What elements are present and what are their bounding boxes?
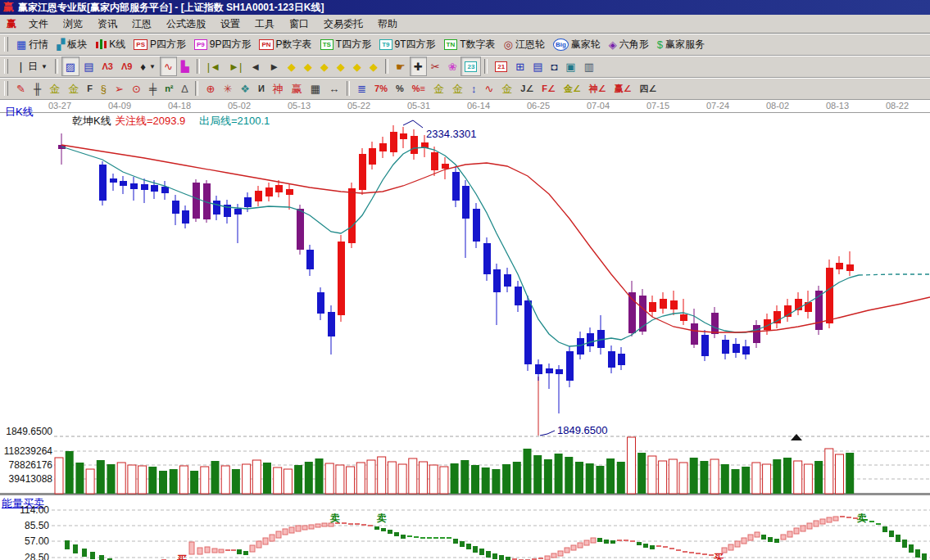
menu-item-6[interactable]: 工具 — [247, 16, 282, 33]
tool-n-square-button[interactable]: n² — [161, 79, 177, 98]
toolbar-grip[interactable] — [4, 59, 8, 74]
tool-f-angle-button[interactable]: F∠ — [538, 79, 560, 98]
tool-first-page-button[interactable]: |◄ — [203, 56, 225, 76]
tool-info-panel-button[interactable]: ▤ — [79, 56, 98, 76]
tool-sectors-button[interactable]: ▞板块 — [52, 34, 91, 54]
tool-width-adjust-button[interactable]: ↔ — [324, 79, 343, 98]
toolbar-grip[interactable] — [4, 81, 8, 96]
exit-line-label: 出局线=2100.1 — [199, 114, 270, 129]
tool-period-day-button[interactable]: ❘日▼ — [12, 56, 52, 76]
tool-prev-candle-button[interactable]: ◄ — [246, 56, 265, 76]
tool-hand-drag-button[interactable]: ☛ — [392, 56, 410, 76]
tool-calendar-21-button[interactable]: 21 — [491, 56, 511, 76]
tool-kline-button[interactable]: K线 — [91, 34, 129, 54]
tool-measure-hist-button[interactable]: ≣ — [353, 79, 370, 98]
tool-grid-123-button[interactable]: ▦ — [306, 79, 324, 98]
tool-percent-lines-button[interactable]: %≡ — [408, 79, 429, 98]
tool-gann-line-button[interactable]: И — [254, 79, 269, 98]
title-bar: 赢 赢家江恩专业版[赢家内部服务平台] - [上证指数 SH1A0001-123… — [0, 0, 930, 15]
tool-gold-angle-button[interactable]: 金∠ — [560, 79, 585, 98]
tool-next-candle-button[interactable]: ► — [265, 56, 284, 76]
date-label: 06-14 — [457, 101, 500, 111]
volume-axis-label: 118239264 — [0, 445, 52, 457]
tool-wave-9-button[interactable]: Λ9 — [117, 56, 136, 76]
tool-angle-mirror-button[interactable]: ∆ — [178, 79, 193, 98]
tool-last-page-button[interactable]: ►| — [225, 56, 246, 76]
tool-gold-circle-button[interactable]: 金 — [429, 79, 448, 98]
menu-item-9[interactable]: 帮助 — [370, 16, 405, 33]
tool-win-grid-button[interactable]: 赢 — [288, 79, 306, 98]
tool-gold-grid-2-button[interactable]: 金 — [64, 79, 83, 98]
tool-marker-pen-button[interactable]: ➢ — [111, 79, 128, 98]
tool-notes-button[interactable]: ▤ — [529, 56, 547, 76]
tool-9t-square-button[interactable]: T99T四方形 — [375, 34, 439, 54]
tool-t-square-button[interactable]: TST四方形 — [316, 34, 376, 54]
tool-percent-button[interactable]: % — [392, 79, 408, 98]
tool-crosshair-button[interactable]: ✚ — [410, 56, 427, 76]
toolbar-nav: ❘日▼▨▤Λ3Λ9♦▼∿▙|◄►|◄►◆◆◆◆◆◆☛✚✂❀2321⊞▤◘▣▥ — [0, 56, 930, 78]
tool-wave-measure-button[interactable]: ∿ — [480, 79, 497, 98]
tool-9p-square-button[interactable]: P99P四方形 — [190, 34, 255, 54]
tool-trend-zigzag-button[interactable]: ∿ — [160, 56, 177, 76]
tool-snapshot-button[interactable]: ▣ — [561, 56, 579, 76]
tool-win-angle-button[interactable]: 赢∠ — [610, 79, 636, 98]
tool-spider-web-button[interactable]: ❖ — [236, 79, 254, 98]
tool-calculator-button[interactable]: ⊞ — [511, 56, 529, 76]
menu-item-2[interactable]: 资讯 — [90, 16, 125, 33]
tool-star-rays-button[interactable]: ✳ — [219, 79, 236, 98]
tool-diamond-compress-v-button[interactable]: ◆ — [349, 56, 365, 76]
tool-winner-wheel-button[interactable]: Big赢家轮 — [549, 34, 605, 54]
date-label: 04-09 — [98, 101, 141, 111]
tool-wave-3-button[interactable]: Λ3 — [98, 56, 116, 76]
tool-p-square-button[interactable]: PSP四方形 — [129, 34, 190, 54]
tool-printer-button[interactable]: ▥ — [580, 56, 598, 76]
tool-diamond-compress-h-button[interactable]: ◆ — [333, 56, 349, 76]
menu-item-1[interactable]: 浏览 — [56, 16, 90, 33]
tool-cycle-23-button[interactable]: 23 — [460, 56, 481, 76]
menu-item-3[interactable]: 江恩 — [125, 16, 159, 33]
tool-four-angle-button[interactable]: 四∠ — [636, 79, 661, 98]
menu-item-7[interactable]: 窗口 — [282, 16, 316, 33]
tool-price-grid-button[interactable]: ╪ — [145, 79, 161, 98]
chart-canvas[interactable]: 买卖卖买卖 — [0, 113, 930, 560]
tool-erase-scissors-button[interactable]: ✂ — [427, 56, 444, 76]
wave-measure-icon: ∿ — [484, 84, 493, 94]
tool-j-angle-button[interactable]: J∠ — [516, 79, 538, 98]
tool-grid-button[interactable]: ╫ — [29, 79, 45, 98]
tool-hexagon-button[interactable]: ◈六角形 — [605, 34, 653, 54]
menu-item-0[interactable]: 文件 — [21, 16, 56, 33]
menu-item-4[interactable]: 公式选股 — [159, 16, 213, 33]
tool-percent-7-button[interactable]: 7% — [370, 79, 392, 98]
tool-gold-underline-button[interactable]: 金 — [497, 79, 516, 98]
menu-item-8[interactable]: 交易委托 — [316, 16, 370, 33]
tool-gold-lines-button[interactable]: 金 — [448, 79, 467, 98]
tool-quotes-button[interactable]: ▦行情 — [12, 34, 52, 54]
menu-item-5[interactable]: 设置 — [213, 16, 247, 33]
tool-time-cycle-button[interactable]: ⊙ — [128, 79, 145, 98]
tool-diamond-expand-h-button[interactable]: ◆ — [316, 56, 333, 76]
toolbar-grip[interactable] — [4, 37, 8, 52]
diamond-shift-left-icon: ◆ — [288, 61, 296, 72]
tool-shen-grid-button[interactable]: 神 — [269, 79, 288, 98]
tool-diamond-expand-v-button[interactable]: ◆ — [365, 56, 382, 76]
snapshot-icon: ▣ — [565, 61, 575, 72]
tool-gann-wheel-button[interactable]: ◎江恩轮 — [500, 34, 549, 54]
tool-spiral-button[interactable]: § — [97, 79, 111, 98]
tool-winner-service-button[interactable]: $赢家服务 — [653, 34, 709, 54]
tool-zoom-area-button[interactable]: ▨ — [61, 56, 79, 76]
tool-updown-mark-button[interactable]: ↕ — [467, 79, 481, 98]
tool-save-disk-button[interactable]: ◘ — [547, 56, 561, 76]
tool-shen-angle-button[interactable]: 神∠ — [585, 79, 610, 98]
tool-flower-tool-button[interactable]: ❀ — [444, 56, 461, 76]
tool-f-grid-button[interactable]: F — [83, 79, 97, 98]
tool-circle-cross-button[interactable]: ⊕ — [202, 79, 219, 98]
tool-gold-grid-button[interactable]: 金 — [45, 79, 64, 98]
tool-p-digit-table-button[interactable]: PNP数字表 — [255, 34, 315, 54]
tool-pen-button[interactable]: ✎ — [12, 79, 29, 98]
tool-volume-profile-button[interactable]: ▙ — [177, 56, 193, 76]
tool-diamond-shift-right-button[interactable]: ◆ — [300, 56, 316, 76]
tool-diamond-shift-left-button[interactable]: ◆ — [284, 56, 300, 76]
winner-service-label: 赢家服务 — [665, 38, 705, 52]
tool-t-digit-table-button[interactable]: TNT数字表 — [440, 34, 500, 54]
tool-candle-type-button[interactable]: ♦▼ — [136, 56, 160, 76]
